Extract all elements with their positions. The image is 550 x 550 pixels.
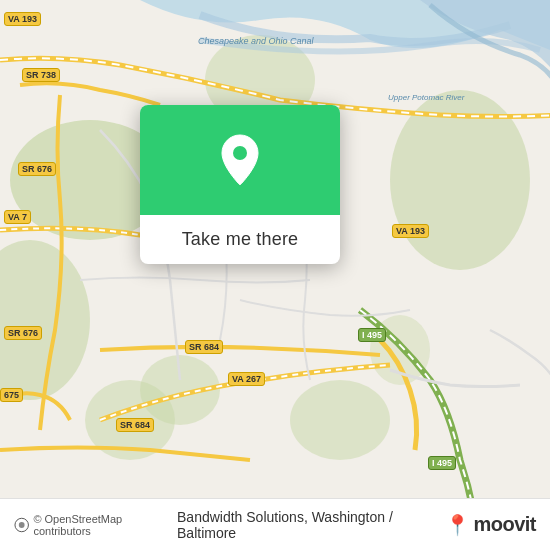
map-pin-icon — [218, 133, 262, 187]
road-label-sr676-bot: SR 676 — [4, 326, 42, 340]
osm-attribution: © OpenStreetMap contributors — [33, 513, 177, 537]
road-label-sr738: SR 738 — [22, 68, 60, 82]
map-svg: Chesapeake and Ohio Canal Upper Potomac … — [0, 0, 550, 550]
popup-green-section — [140, 105, 340, 215]
svg-point-13 — [19, 522, 25, 528]
moovit-logo-text: moovit — [473, 513, 536, 536]
svg-point-11 — [233, 146, 247, 160]
road-label-i495-bot: I 495 — [428, 456, 456, 470]
moovit-pin-icon: 📍 — [445, 513, 470, 537]
bottom-bar: © OpenStreetMap contributors Bandwidth S… — [0, 498, 550, 550]
bottom-left: © OpenStreetMap contributors — [14, 513, 177, 537]
road-label-va193-right: VA 193 — [392, 224, 429, 238]
svg-point-4 — [290, 380, 390, 460]
road-label-i495: I 495 — [358, 328, 386, 342]
road-label-va193-top: VA 193 — [4, 12, 41, 26]
svg-text:Chesapeake and Ohio Canal: Chesapeake and Ohio Canal — [198, 36, 315, 46]
location-name: Bandwidth Solutions, Washington / Baltim… — [177, 509, 445, 541]
road-label-va267: VA 267 — [228, 372, 265, 386]
osm-logo-icon — [14, 517, 29, 533]
road-label-675: 675 — [0, 388, 23, 402]
popup-button-area: Take me there — [140, 215, 340, 264]
map-container: Chesapeake and Ohio Canal Upper Potomac … — [0, 0, 550, 550]
road-label-sr676-mid: SR 676 — [18, 162, 56, 176]
road-label-sr684-bot: SR 684 — [116, 418, 154, 432]
road-label-sr684-mid: SR 684 — [185, 340, 223, 354]
take-me-there-button[interactable]: Take me there — [182, 229, 299, 250]
popup-card: Take me there — [140, 105, 340, 264]
svg-text:Upper Potomac River: Upper Potomac River — [388, 93, 465, 102]
road-label-va7: VA 7 — [4, 210, 31, 224]
moovit-branding: 📍 moovit — [445, 513, 536, 537]
